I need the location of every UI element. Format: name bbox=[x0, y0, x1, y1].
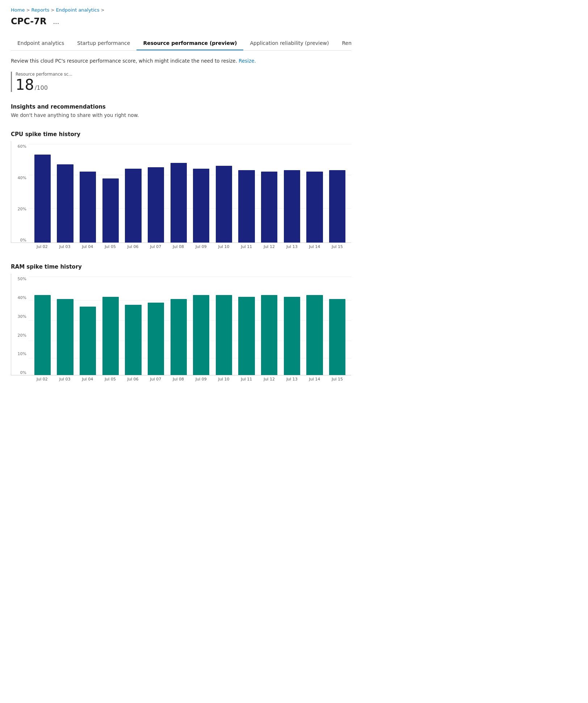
breadcrumb-endpoint-analytics[interactable]: Endpoint analytics bbox=[56, 7, 99, 13]
ram-xlabel-9: Jul 11 bbox=[236, 377, 257, 382]
cpu-bar-11 bbox=[282, 145, 302, 243]
tab-startup-performance[interactable]: Startup performance bbox=[71, 37, 136, 50]
ram-bar-4 bbox=[123, 277, 144, 375]
ram-bar-2 bbox=[77, 277, 98, 375]
cpu-bar-8 bbox=[214, 145, 234, 243]
breadcrumb-sep-2: > bbox=[51, 8, 54, 13]
cpu-bar-13 bbox=[327, 145, 348, 243]
tabs-container: Endpoint analytics Startup performance R… bbox=[11, 37, 351, 51]
ram-xlabel-10: Jul 12 bbox=[259, 377, 280, 382]
ram-chart-section: RAM spike time history 50% 40% 30% 20% 1… bbox=[11, 264, 351, 382]
ram-y-label-40: 40% bbox=[18, 295, 26, 300]
cpu-bar-4 bbox=[123, 145, 144, 243]
ram-y-label-20: 20% bbox=[18, 333, 26, 338]
ram-bar-6 bbox=[168, 277, 189, 375]
ram-xlabel-0: Jul 02 bbox=[32, 377, 52, 382]
ram-bar-3 bbox=[100, 277, 121, 375]
cpu-xlabel-3: Jul 05 bbox=[100, 244, 121, 249]
ram-xlabel-1: Jul 03 bbox=[55, 377, 75, 382]
cpu-y-label-40: 40% bbox=[18, 176, 26, 180]
cpu-xlabel-5: Jul 07 bbox=[146, 244, 166, 249]
tab-endpoint-analytics[interactable]: Endpoint analytics bbox=[11, 37, 71, 50]
score-section: Resource performance sc... 18 /100 bbox=[11, 72, 351, 92]
ram-y-label-10: 10% bbox=[18, 352, 26, 356]
cpu-bar-1 bbox=[55, 145, 76, 243]
ram-xlabel-12: Jul 14 bbox=[304, 377, 325, 382]
cpu-xlabel-10: Jul 12 bbox=[259, 244, 280, 249]
cpu-xlabel-13: Jul 15 bbox=[327, 244, 348, 249]
cpu-xlabel-11: Jul 13 bbox=[282, 244, 302, 249]
ram-bar-10 bbox=[259, 277, 280, 375]
insights-section: Insights and recommendations We don't ha… bbox=[11, 104, 351, 118]
cpu-chart-wrapper: 60% 40% 20% 0% Jul 02Jul 03Jul 04Jul 05J… bbox=[11, 141, 351, 249]
ram-xlabel-8: Jul 10 bbox=[214, 377, 234, 382]
cpu-xlabel-0: Jul 02 bbox=[32, 244, 52, 249]
breadcrumb-home[interactable]: Home bbox=[11, 7, 25, 13]
cpu-bar-6 bbox=[168, 145, 189, 243]
cpu-xlabel-7: Jul 09 bbox=[191, 244, 211, 249]
cpu-y-label-60: 60% bbox=[18, 144, 26, 149]
ram-xlabel-7: Jul 09 bbox=[191, 377, 211, 382]
cpu-chart-section: CPU spike time history 60% 40% 20% 0% bbox=[11, 131, 351, 249]
score-value-row: 18 /100 bbox=[16, 77, 351, 92]
cpu-xlabel-2: Jul 04 bbox=[77, 244, 98, 249]
cpu-bar-2 bbox=[77, 145, 98, 243]
ellipsis-menu-button[interactable]: ... bbox=[51, 17, 62, 26]
ram-bar-9 bbox=[236, 277, 257, 375]
breadcrumb-sep-3: > bbox=[101, 8, 105, 13]
ram-xlabel-11: Jul 13 bbox=[282, 377, 302, 382]
ram-bar-8 bbox=[214, 277, 234, 375]
ram-xlabel-13: Jul 15 bbox=[327, 377, 348, 382]
ram-y-label-50: 50% bbox=[18, 277, 26, 281]
page-title-row: CPC-7R ... bbox=[11, 16, 351, 26]
cpu-xlabel-12: Jul 14 bbox=[304, 244, 325, 249]
tab-description: Review this cloud PC's resource performa… bbox=[11, 57, 351, 64]
ram-chart-wrapper: 50% 40% 30% 20% 10% 0% bbox=[11, 274, 351, 382]
ram-bar-13 bbox=[327, 277, 348, 375]
description-text: Review this cloud PC's resource performa… bbox=[11, 58, 237, 64]
ram-bar-7 bbox=[191, 277, 211, 375]
score-number: 18 bbox=[16, 77, 34, 92]
cpu-bar-9 bbox=[236, 145, 257, 243]
ram-bar-12 bbox=[304, 277, 325, 375]
score-denominator: /100 bbox=[35, 84, 48, 91]
breadcrumb-sep-1: > bbox=[26, 8, 30, 13]
cpu-bar-10 bbox=[259, 145, 280, 243]
ram-xlabel-6: Jul 08 bbox=[168, 377, 189, 382]
cpu-xlabel-4: Jul 06 bbox=[123, 244, 143, 249]
ram-xlabel-3: Jul 05 bbox=[100, 377, 121, 382]
tab-application-reliability[interactable]: Application reliability (preview) bbox=[243, 37, 335, 50]
ram-bar-1 bbox=[55, 277, 76, 375]
ram-xlabel-5: Jul 07 bbox=[146, 377, 166, 382]
cpu-xlabel-6: Jul 08 bbox=[168, 244, 189, 249]
ram-y-label-0: 0% bbox=[20, 370, 26, 375]
cpu-bar-7 bbox=[191, 145, 211, 243]
breadcrumb: Home > Reports > Endpoint analytics > bbox=[11, 7, 351, 13]
cpu-y-label-0: 0% bbox=[20, 238, 26, 243]
cpu-xlabel-1: Jul 03 bbox=[55, 244, 75, 249]
cpu-bar-0 bbox=[32, 145, 53, 243]
ram-y-label-30: 30% bbox=[18, 314, 26, 319]
cpu-xlabel-8: Jul 10 bbox=[214, 244, 234, 249]
insights-text: We don't have anything to share with you… bbox=[11, 112, 351, 118]
cpu-xlabel-9: Jul 11 bbox=[236, 244, 257, 249]
ram-bar-5 bbox=[146, 277, 166, 375]
cpu-chart-title: CPU spike time history bbox=[11, 131, 351, 138]
resize-link[interactable]: Resize. bbox=[239, 58, 256, 64]
breadcrumb-reports[interactable]: Reports bbox=[31, 7, 49, 13]
tab-remote[interactable]: Remot... bbox=[335, 37, 351, 50]
ram-xlabel-2: Jul 04 bbox=[77, 377, 98, 382]
cpu-bar-5 bbox=[146, 145, 166, 243]
insights-title: Insights and recommendations bbox=[11, 104, 351, 110]
ram-bar-0 bbox=[32, 277, 53, 375]
tab-resource-performance[interactable]: Resource performance (preview) bbox=[136, 37, 243, 50]
cpu-y-label-20: 20% bbox=[18, 207, 26, 211]
ram-bar-11 bbox=[282, 277, 302, 375]
page-title: CPC-7R bbox=[11, 16, 47, 26]
ram-xlabel-4: Jul 06 bbox=[123, 377, 143, 382]
score-label: Resource performance sc... bbox=[16, 72, 351, 77]
cpu-bar-3 bbox=[100, 145, 121, 243]
ram-chart-title: RAM spike time history bbox=[11, 264, 351, 270]
cpu-bar-12 bbox=[304, 145, 325, 243]
